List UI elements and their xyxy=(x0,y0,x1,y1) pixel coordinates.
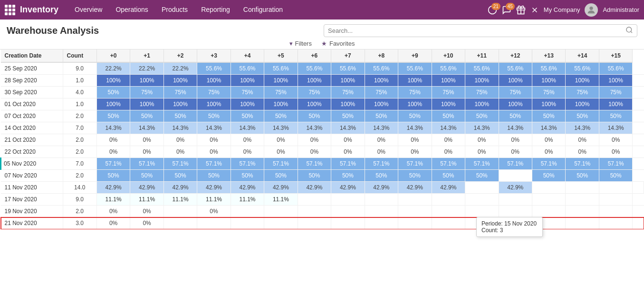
search-input[interactable] xyxy=(328,27,625,34)
cell-9-5: 50% xyxy=(264,170,298,182)
table-row[interactable]: 01 Oct 20201.0100%100%100%100%100%100%10… xyxy=(1,98,644,110)
gift-icon[interactable] xyxy=(516,5,526,15)
avatar[interactable] xyxy=(585,3,598,17)
cell-9-3: 50% xyxy=(197,170,231,182)
close-icon[interactable] xyxy=(530,6,539,14)
cell-count: 2.0 xyxy=(63,170,96,182)
cell-4-8: 50% xyxy=(365,110,398,122)
table-row[interactable]: 07 Oct 20202.050%50%50%50%50%50%50%50%50… xyxy=(1,110,644,122)
menu-configuration[interactable]: Configuration xyxy=(237,0,289,20)
favorites-button[interactable]: ★ Favorites xyxy=(321,40,355,47)
discuss-icon[interactable]: 21 xyxy=(488,5,497,15)
table-row[interactable]: 11 Nov 202014.042.9%42.9%42.9%42.9%42.9%… xyxy=(1,182,644,194)
cell-6-9: 0% xyxy=(398,134,432,146)
table-row[interactable]: 30 Sep 20204.050%75%75%75%75%75%75%75%75… xyxy=(1,87,644,98)
cell-10-5: 42.9% xyxy=(264,182,298,194)
cell-6-14: 0% xyxy=(566,134,599,146)
table-row[interactable]: 05 Nov 20207.057.1%57.1%57.1%57.1%57.1%5… xyxy=(1,158,644,170)
cell-1-12: 100% xyxy=(499,75,532,87)
cell-11-2: 11.1% xyxy=(163,194,197,206)
cell-12-8 xyxy=(365,206,398,217)
cell-2-1: 75% xyxy=(130,87,163,98)
menu-operations[interactable]: Operations xyxy=(109,0,154,20)
cell-10-0: 42.9% xyxy=(96,182,130,194)
cell-0-3: 55.6% xyxy=(197,62,231,75)
cell-0-5: 55.6% xyxy=(264,62,298,75)
col-header-14[interactable]: +12 xyxy=(499,49,532,62)
admin-name[interactable]: Administrator xyxy=(603,6,639,13)
cell-10-12: 42.9% xyxy=(499,182,532,194)
cell-3-3: 100% xyxy=(197,98,231,110)
cell-6-10: 0% xyxy=(432,134,465,146)
cell-11-10 xyxy=(432,194,465,206)
table-row[interactable]: 28 Sep 20201.0100%100%100%100%100%100%10… xyxy=(1,75,644,87)
col-header-6[interactable]: +4 xyxy=(231,49,264,62)
cell-11-6 xyxy=(298,194,331,206)
company-name[interactable]: My Company xyxy=(544,6,580,13)
cell-4-11: 50% xyxy=(465,110,499,122)
col-header-5[interactable]: +3 xyxy=(197,49,231,62)
table-row[interactable]: 17 Nov 20209.011.1%11.1%11.1%11.1%11.1%1… xyxy=(1,194,644,206)
cell-1-1: 100% xyxy=(130,75,163,87)
cell-7-10: 0% xyxy=(432,146,465,158)
table-row[interactable]: 25 Sep 20209.022.2%22.2%22.2%55.6%55.6%5… xyxy=(1,62,644,75)
table-wrapper: Creation DateCount+0+1+2+3+4+5+6+7+8+9+1… xyxy=(0,49,644,229)
col-header-4[interactable]: +2 xyxy=(163,49,197,62)
col-header-13[interactable]: +11 xyxy=(465,49,499,62)
svg-line-5 xyxy=(631,31,632,33)
cell-7-14: 0% xyxy=(566,146,599,158)
app-title: Inventory xyxy=(20,5,58,15)
col-header-17[interactable]: +15 xyxy=(599,49,632,62)
cell-7-3: 0% xyxy=(197,146,231,158)
search-icon[interactable] xyxy=(625,26,633,35)
col-header-11[interactable]: +9 xyxy=(398,49,432,62)
cell-6-0: 0% xyxy=(96,134,130,146)
table-row[interactable]: 21 Nov 20203.00%0% xyxy=(1,217,644,229)
menu-products[interactable]: Products xyxy=(155,0,194,20)
cell-9-2: 50% xyxy=(163,170,197,182)
table-row[interactable]: 22 Oct 20202.00%0%0%0%0%0%0%0%0%0%0%0%0%… xyxy=(1,146,644,158)
col-header-0[interactable]: Creation Date xyxy=(1,49,63,62)
table-row[interactable]: 19 Nov 20202.00%0%0% xyxy=(1,206,644,217)
cell-7-4: 0% xyxy=(231,146,264,158)
col-header-12[interactable]: +10 xyxy=(432,49,465,62)
col-header-2[interactable]: +0 xyxy=(96,49,130,62)
cell-13-9 xyxy=(398,217,432,229)
col-header-8[interactable]: +6 xyxy=(298,49,331,62)
cell-10-6: 42.9% xyxy=(298,182,331,194)
table-row[interactable]: 21 Oct 20202.00%0%0%0%0%0%0%0%0%0%0%0%0%… xyxy=(1,134,644,146)
cell-11-12 xyxy=(499,194,532,206)
cell-5-12: 14.3% xyxy=(499,122,532,134)
messaging-icon[interactable]: 45 xyxy=(502,5,511,15)
cell-date: 21 Oct 2020 xyxy=(1,134,63,146)
cell-1-9: 100% xyxy=(398,75,432,87)
search-bar xyxy=(324,24,637,37)
col-header-15[interactable]: +13 xyxy=(532,49,565,62)
menu-overview[interactable]: Overview xyxy=(68,0,109,20)
cell-2-11: 75% xyxy=(465,87,499,98)
col-header-16[interactable]: +14 xyxy=(566,49,599,62)
cell-6-4: 0% xyxy=(231,134,264,146)
cell-5-4: 14.3% xyxy=(231,122,264,134)
col-header-7[interactable]: +5 xyxy=(264,49,298,62)
cell-4-0: 50% xyxy=(96,110,130,122)
cell-6-5: 0% xyxy=(264,134,298,146)
cell-12-15 xyxy=(599,206,632,217)
cell-10-15 xyxy=(599,182,632,194)
cell-10-2: 42.9% xyxy=(163,182,197,194)
cell-13-1: 0% xyxy=(130,217,163,229)
cell-0-14: 55.6% xyxy=(566,62,599,75)
col-header-3[interactable]: +1 xyxy=(130,49,163,62)
col-header-9[interactable]: +7 xyxy=(331,49,365,62)
grid-menu-icon[interactable] xyxy=(5,5,15,15)
cell-13-10 xyxy=(432,217,465,229)
table-row[interactable]: 07 Nov 20202.050%50%50%50%50%50%50%50%50… xyxy=(1,170,644,182)
menu-reporting[interactable]: Reporting xyxy=(194,0,237,20)
cell-4-5: 50% xyxy=(264,110,298,122)
col-header-1[interactable]: Count xyxy=(63,49,96,62)
cell-0-1: 22.2% xyxy=(130,62,163,75)
table-row[interactable]: 14 Oct 20207.014.3%14.3%14.3%14.3%14.3%1… xyxy=(1,122,644,134)
col-header-10[interactable]: +8 xyxy=(365,49,398,62)
page-title: Warehouse Analysis xyxy=(7,25,99,36)
filters-button[interactable]: ▾ Filters xyxy=(289,40,312,47)
